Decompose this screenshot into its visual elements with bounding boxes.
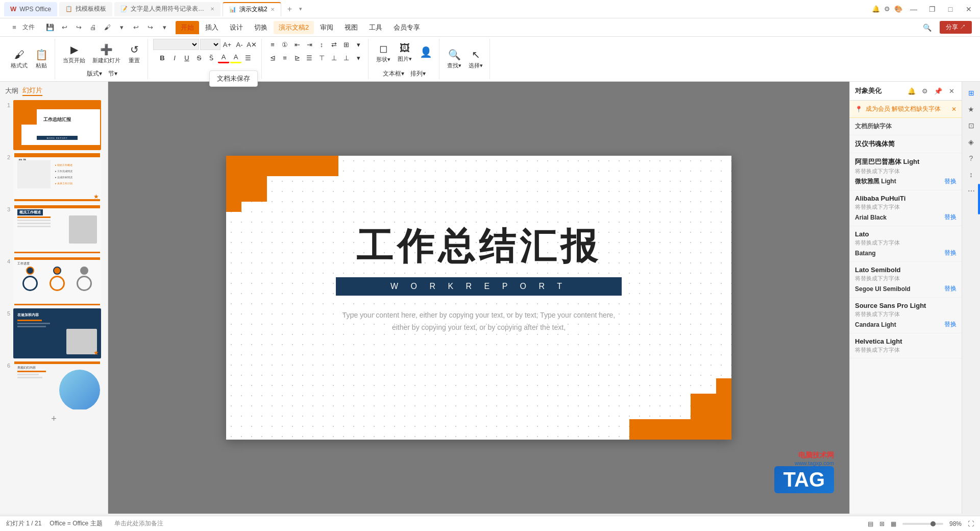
- slide-content-text[interactable]: Type your content here, either by copyin…: [226, 309, 731, 333]
- font-size-select[interactable]: [200, 39, 220, 50]
- slide-main-title[interactable]: 工作总结汇报: [226, 222, 731, 271]
- bold-button[interactable]: B: [157, 52, 168, 63]
- slide-thumb-3[interactable]: 概况工作概述: [13, 204, 101, 254]
- close-button[interactable]: ✕: [962, 2, 976, 16]
- menu-start[interactable]: 开始: [176, 21, 199, 34]
- menu-view[interactable]: 视图: [339, 21, 363, 34]
- format-painter-quick[interactable]: 🖌: [101, 21, 113, 34]
- tab-wps-office[interactable]: W WPS Office: [4, 2, 57, 16]
- rp-settings-icon[interactable]: ⚙: [920, 86, 930, 96]
- highlight-button[interactable]: A: [230, 52, 241, 63]
- undo2-quick[interactable]: ↩: [130, 21, 142, 34]
- maximize-button[interactable]: □: [943, 2, 958, 16]
- replace-btn-4[interactable]: 替换: [944, 284, 957, 293]
- line-spacing-button[interactable]: ↕: [316, 39, 327, 50]
- slide-item-1[interactable]: 1 工作总结汇报 WORK REPORT: [3, 100, 105, 150]
- slide-item-6[interactable]: 6 美观幻灯内容: [3, 360, 105, 411]
- strikethrough-button[interactable]: S: [193, 52, 205, 63]
- print-quick[interactable]: 🖨: [87, 21, 99, 34]
- font-increase-button[interactable]: A+: [222, 39, 233, 50]
- zoom-slider[interactable]: [902, 523, 943, 525]
- menu-animation[interactable]: 演示文稿2: [274, 21, 314, 34]
- menu-transition[interactable]: 切换: [249, 21, 273, 34]
- rp-sound-icon[interactable]: 🔔: [906, 86, 917, 96]
- slide-canvas[interactable]: 工作总结汇报 W O R K R E P O R T Type your con…: [226, 156, 731, 440]
- indent-decrease-button[interactable]: ⇤: [291, 39, 303, 50]
- tab-overflow-icon[interactable]: ▾: [299, 6, 302, 12]
- para-more[interactable]: ▾: [353, 39, 364, 50]
- slide-item-2[interactable]: 2 目录 ▸ 初始工作概述 ▸ 工作完成情况 ▸ 达成目标情况 ▸ 未来工作计划: [3, 152, 105, 202]
- align-left-button[interactable]: ⊴: [267, 52, 278, 63]
- tab-pres-close[interactable]: ✕: [271, 7, 275, 12]
- italic-button[interactable]: I: [169, 52, 180, 63]
- tab-doc-close[interactable]: ✕: [210, 6, 214, 12]
- rs-beautify-icon[interactable]: ⊞: [964, 86, 978, 100]
- rp-pin-icon[interactable]: 📌: [933, 86, 943, 96]
- outline-tab[interactable]: 大纲: [5, 86, 18, 95]
- undo-quick[interactable]: ↩: [58, 21, 70, 34]
- column-button[interactable]: ⊞: [340, 39, 352, 50]
- rs-layout-icon[interactable]: ⊡: [964, 118, 978, 133]
- add-tab-button[interactable]: +: [283, 5, 296, 14]
- file-label[interactable]: 文件: [22, 21, 35, 34]
- rs-more-icon[interactable]: ⋯: [964, 184, 978, 198]
- current-page-start-button[interactable]: ▶ 当页开始: [60, 42, 88, 66]
- rs-crop-icon[interactable]: ◈: [964, 135, 978, 149]
- replace-btn-3[interactable]: 替换: [944, 249, 957, 257]
- find-button[interactable]: 🔍 查找▾: [445, 47, 464, 71]
- bottom-comment-bar[interactable]: 单击此处添加备注: [108, 516, 850, 531]
- view-grid-btn[interactable]: ⊞: [879, 520, 885, 527]
- font-color-button[interactable]: A: [218, 52, 229, 63]
- slide-thumb-2[interactable]: 目录 ▸ 初始工作概述 ▸ 工作完成情况 ▸ 达成目标情况 ▸ 未来工作计划: [13, 152, 101, 202]
- layout-button[interactable]: 版式▾: [84, 68, 105, 79]
- section-button[interactable]: 节▾: [106, 68, 120, 79]
- menu-insert[interactable]: 插入: [200, 21, 224, 34]
- valign-mid-button[interactable]: ⊥: [328, 52, 339, 63]
- menu-tools[interactable]: 工具: [364, 21, 387, 34]
- menu-membership[interactable]: 会员专享: [388, 21, 425, 34]
- tab-template[interactable]: 📋 找模板模板: [59, 2, 112, 16]
- paste-button[interactable]: 📋 粘贴: [32, 47, 51, 71]
- slide-thumb-4[interactable]: 工作进度: [13, 256, 101, 306]
- justify-button[interactable]: ☰: [304, 52, 315, 63]
- menu-design[interactable]: 设计: [225, 21, 248, 34]
- share-button[interactable]: 分享 ↗: [940, 21, 972, 34]
- redo2-quick[interactable]: ↪: [144, 21, 156, 34]
- slide-thumb-5[interactable]: 在途加班内容: [13, 308, 101, 358]
- slide-subtitle-bar[interactable]: W O R K R E P O R T: [336, 277, 622, 296]
- shapes-button[interactable]: ◻ 形状▾: [374, 41, 393, 65]
- more-quick[interactable]: ▾: [115, 21, 128, 34]
- skin-icon[interactable]: 🎨: [894, 5, 902, 13]
- minimize-button[interactable]: —: [906, 2, 921, 16]
- image-button[interactable]: 🖼 图片▾: [395, 41, 414, 64]
- reset-button[interactable]: ↺ 重置: [125, 42, 143, 66]
- para-format-more[interactable]: ▾: [353, 52, 364, 63]
- file-menu[interactable]: ≡: [8, 21, 20, 34]
- font-clear-button[interactable]: A✕: [246, 39, 257, 50]
- more2-quick[interactable]: ▾: [158, 21, 170, 34]
- valign-top-button[interactable]: ⊤: [316, 52, 327, 63]
- text-direction-button[interactable]: ⇄: [328, 39, 339, 50]
- rp-close-icon[interactable]: ✕: [946, 86, 957, 96]
- restore-button[interactable]: ❐: [925, 2, 939, 16]
- format-brush-button[interactable]: 🖌 格式式: [8, 47, 30, 71]
- slides-tab[interactable]: 幻灯片: [22, 86, 42, 96]
- rs-resize-icon[interactable]: ↕: [964, 167, 978, 182]
- menu-review[interactable]: 审阅: [315, 21, 338, 34]
- arrange-button[interactable]: 排列▾: [408, 68, 428, 79]
- view-slide-btn[interactable]: ▦: [891, 520, 896, 527]
- slide-thumb-1[interactable]: 工作总结汇报 WORK REPORT: [13, 100, 101, 150]
- add-slide-button[interactable]: +: [3, 413, 105, 425]
- view-normal-btn[interactable]: ▤: [868, 520, 873, 527]
- replace-btn-5[interactable]: 替换: [944, 320, 957, 329]
- slide-item-5[interactable]: 5 在途加班内容: [3, 308, 105, 358]
- valign-bottom-button[interactable]: ⊥: [340, 52, 352, 63]
- membership-close-icon[interactable]: ✕: [951, 106, 957, 113]
- fullscreen-btn[interactable]: ⛶: [968, 520, 974, 527]
- membership-banner[interactable]: 📍 成为会员 解锁文档缺失字体 ✕: [850, 101, 962, 118]
- slide-item-3[interactable]: 3 概况工作概述: [3, 204, 105, 254]
- redo-quick[interactable]: ↪: [72, 21, 85, 34]
- align-right-button[interactable]: ⊵: [291, 52, 303, 63]
- font-family-select[interactable]: [153, 39, 199, 50]
- list-number-button[interactable]: ①: [279, 39, 290, 50]
